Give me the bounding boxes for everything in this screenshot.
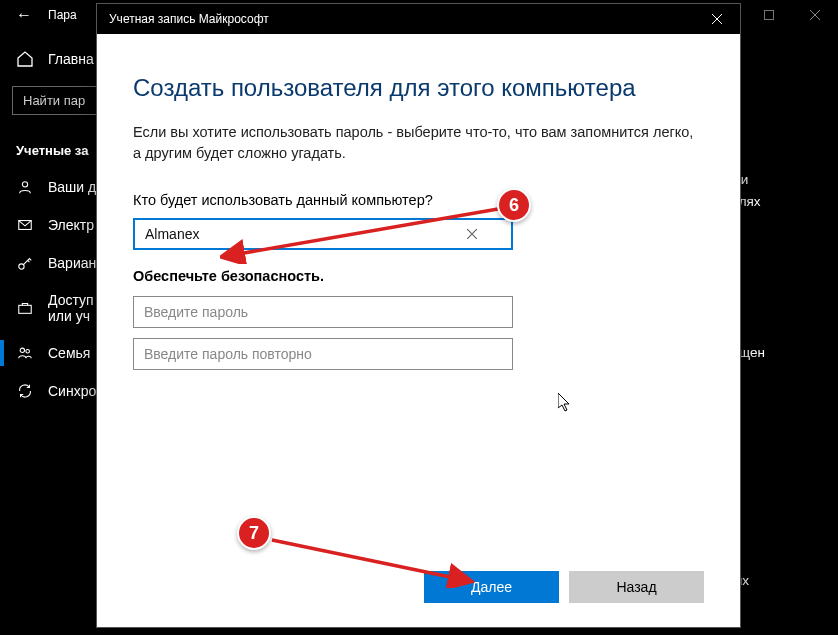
arrow-left-icon: ← xyxy=(16,6,32,24)
close-button-bg[interactable] xyxy=(792,0,838,30)
nav-label: Вариан xyxy=(48,255,96,271)
dialog-title: Учетная запись Майкрософт xyxy=(109,12,269,26)
svg-rect-1 xyxy=(765,11,774,20)
mouse-cursor-icon xyxy=(558,393,572,413)
nav-label: Доступ или уч xyxy=(48,292,94,324)
security-label: Обеспечьте безопасность. xyxy=(133,268,704,284)
sync-icon xyxy=(16,382,34,400)
dialog-heading: Создать пользователя для этого компьютер… xyxy=(133,74,704,102)
password-repeat-input[interactable]: Введите пароль повторно xyxy=(133,338,513,370)
svg-point-6 xyxy=(20,348,24,352)
nav-label: Семья xyxy=(48,345,90,361)
svg-rect-5 xyxy=(19,305,31,313)
username-value: Almanex xyxy=(145,226,199,242)
password-repeat-placeholder: Введите пароль повторно xyxy=(144,346,312,362)
annotation-badge-6: 6 xyxy=(497,188,531,222)
svg-point-7 xyxy=(26,349,30,353)
dialog-close-button[interactable] xyxy=(694,4,740,34)
nav-label: Синхро xyxy=(48,383,96,399)
close-icon xyxy=(467,229,477,239)
maximize-button[interactable] xyxy=(746,0,792,30)
dialog-description: Если вы хотите использовать пароль - выб… xyxy=(133,122,704,164)
username-input[interactable]: Almanex xyxy=(133,218,513,250)
close-icon xyxy=(712,14,722,24)
mail-icon xyxy=(16,216,34,234)
close-icon xyxy=(810,10,820,20)
password-placeholder: Введите пароль xyxy=(144,304,248,320)
nav-home-label: Главна xyxy=(48,51,94,67)
username-label: Кто будет использовать данный компьютер? xyxy=(133,192,704,208)
password-input[interactable]: Введите пароль xyxy=(133,296,513,328)
people-icon xyxy=(16,344,34,362)
dialog-content: Создать пользователя для этого компьютер… xyxy=(97,34,740,627)
maximize-icon xyxy=(764,10,774,20)
back-button[interactable]: ← xyxy=(8,0,40,30)
settings-title: Пара xyxy=(48,8,77,22)
create-user-dialog: Учетная запись Майкрософт Создать пользо… xyxy=(96,3,741,628)
nav-label: Электр xyxy=(48,217,94,233)
nav-label: Ваши д xyxy=(48,179,96,195)
home-icon xyxy=(16,50,34,68)
dialog-button-row: Далее Назад xyxy=(133,571,704,603)
annotation-badge-7: 7 xyxy=(237,516,271,550)
clear-input-button[interactable] xyxy=(465,224,479,244)
person-icon xyxy=(16,178,34,196)
key-icon xyxy=(16,254,34,272)
back-button[interactable]: Назад xyxy=(569,571,704,603)
next-button[interactable]: Далее xyxy=(424,571,559,603)
search-placeholder: Найти пар xyxy=(23,93,85,108)
dialog-titlebar: Учетная запись Майкрософт xyxy=(97,4,740,34)
briefcase-icon xyxy=(16,299,34,317)
svg-point-2 xyxy=(22,182,27,187)
